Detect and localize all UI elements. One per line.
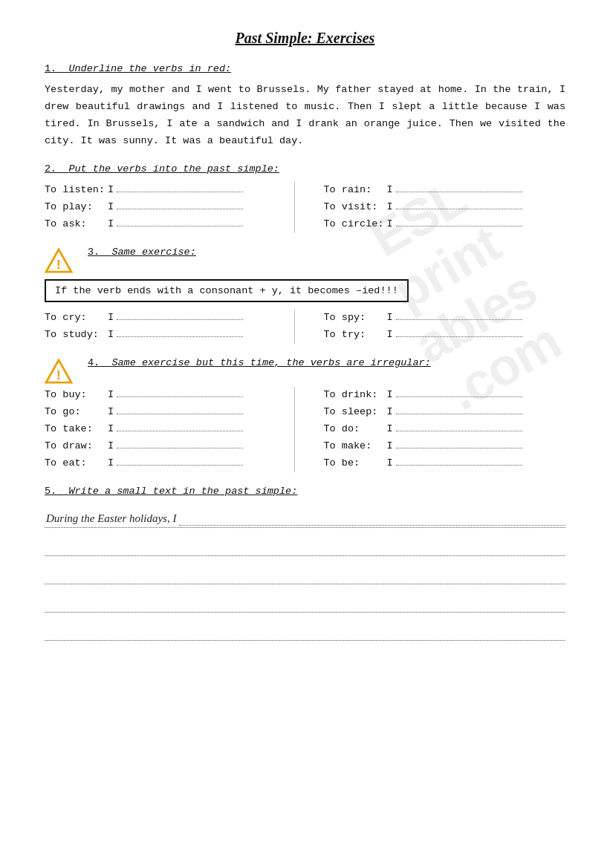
list-item: To take: I <box>45 421 287 434</box>
warning-icon-3: ! <box>45 248 73 276</box>
section-3: ! 3. Same exercise: If the verb ends wit… <box>45 247 565 344</box>
list-item: To play: I <box>45 199 287 212</box>
list-item: To buy: I <box>45 387 287 400</box>
page-title: Past Simple: Exercises <box>45 30 565 47</box>
list-item: To make: I <box>324 438 566 451</box>
list-item: To do: I <box>324 421 566 434</box>
list-item: To listen: I <box>45 182 287 195</box>
list-item <box>45 532 565 556</box>
list-item: To rain: I <box>324 182 566 195</box>
list-item: To eat: I <box>45 455 287 469</box>
section-4-left-col: To buy: I To go: I To take: I To draw: I <box>45 387 287 472</box>
section-2-heading: 2. Put the verbs into the past simple: <box>45 163 565 174</box>
list-item: To study: I <box>45 327 287 340</box>
section-3-verb-table: To cry: I To study: I To spy: I <box>45 310 565 344</box>
list-item: To cry: I <box>45 310 287 323</box>
section-4: ! 4. Same exercise but this time, the ve… <box>45 357 565 472</box>
section-4-heading: 4. Same exercise but this time, the verb… <box>88 357 565 368</box>
writing-line-first: During the Easter holidays, I <box>45 504 565 528</box>
section-3-right-col: To spy: I To try: I <box>324 310 566 344</box>
svg-text:!: ! <box>54 368 62 384</box>
list-item <box>45 589 565 613</box>
section-2-left-col: To listen: I To play: I To ask: I <box>45 182 287 233</box>
list-item: To ask: I <box>45 216 287 229</box>
writing-lines: During the Easter holidays, I <box>45 504 565 641</box>
list-item <box>45 561 565 584</box>
section-2: 2. Put the verbs into the past simple: T… <box>45 163 565 233</box>
section-5-heading: 5. Write a small text in the past simple… <box>45 486 565 497</box>
list-item: To visit: I <box>324 199 566 212</box>
warning-icon-4: ! <box>45 359 73 387</box>
section-2-right-col: To rain: I To visit: I To circle: I <box>324 182 566 233</box>
list-item: To be: I <box>324 455 566 469</box>
section-1-heading: 1. Underline the verbs in red: <box>45 63 565 74</box>
section-1-number: 1. <box>45 63 56 74</box>
exercise-1-paragraph: Yesterday, my mother and I went to Bruss… <box>45 82 565 150</box>
list-item: To drink: I <box>324 387 566 400</box>
list-item: To draw: I <box>45 438 287 451</box>
section-5: 5. Write a small text in the past simple… <box>45 486 565 641</box>
list-item: To try: I <box>324 327 566 340</box>
section-1: 1. Underline the verbs in red: Yesterday… <box>45 63 565 150</box>
list-item: To spy: I <box>324 310 566 323</box>
section-4-right-col: To drink: I To sleep: I To do: I To make… <box>324 387 566 472</box>
section-4-verb-table: To buy: I To go: I To take: I To draw: I <box>45 387 565 472</box>
list-item: To circle: I <box>324 216 566 229</box>
list-item: To go: I <box>45 404 287 417</box>
list-item: To sleep: I <box>324 404 566 417</box>
svg-text:!: ! <box>54 257 62 273</box>
section-3-left-col: To cry: I To study: I <box>45 310 287 344</box>
list-item <box>45 617 565 641</box>
section-3-heading: 3. Same exercise: <box>88 247 565 258</box>
rule-box: If the verb ends with a consonant + y, i… <box>45 279 409 302</box>
section-2-verb-table: To listen: I To play: I To ask: I <box>45 182 565 233</box>
